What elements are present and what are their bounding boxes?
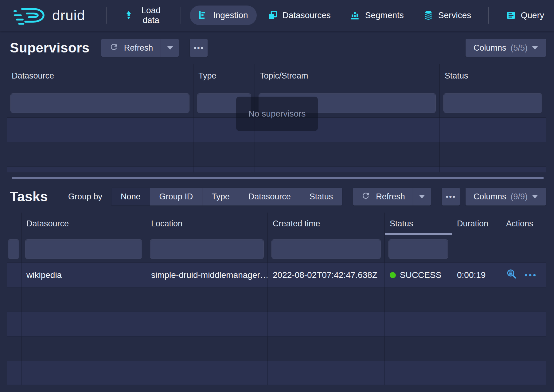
nav-item-segments[interactable]: Segments <box>342 6 412 25</box>
task-location: simple-druid-middlemanager… <box>146 263 268 287</box>
tasks-more-button[interactable]: ••• <box>442 188 460 206</box>
column-header-hidden[interactable] <box>7 213 21 235</box>
tasks-section: Tasks Group by None Group ID Type Dataso… <box>0 184 554 385</box>
refresh-label: Refresh <box>376 192 405 202</box>
tasks-refresh-button[interactable]: Refresh <box>353 188 413 206</box>
table-row <box>7 142 546 167</box>
column-header-status[interactable]: Status <box>385 213 452 235</box>
column-header-location[interactable]: Location <box>146 213 268 235</box>
query-icon <box>506 10 516 20</box>
supervisors-more-button[interactable]: ••• <box>190 39 208 57</box>
table-row <box>7 312 546 336</box>
druid-logo[interactable]: druid <box>12 6 85 25</box>
nav-item-label: Ingestion <box>213 10 248 20</box>
refresh-icon <box>109 42 119 54</box>
group-by-datasource-button[interactable]: Datasource <box>239 188 300 206</box>
table-row <box>7 167 546 172</box>
group-by-label: Group by <box>68 192 102 202</box>
task-actions: ••• <box>501 263 546 287</box>
nav-divider <box>106 7 107 24</box>
nav-item-services[interactable]: Services <box>415 6 480 25</box>
tasks-table: Datasource Location Created time Status … <box>7 213 546 385</box>
column-header-datasource[interactable]: Datasource <box>21 213 146 235</box>
supervisors-section: Supervisors Refresh ••• Columns (5/5) <box>0 35 554 179</box>
location-filter-input[interactable] <box>150 239 264 259</box>
services-icon <box>423 10 433 20</box>
task-created-time: 2022-08-02T07:42:47.638Z <box>268 263 385 287</box>
tasks-refresh-split-button: Refresh <box>353 188 431 206</box>
supervisors-table-header: Datasource Type Topic/Stream Status <box>7 64 546 88</box>
task-status-text: SUCCESS <box>400 270 441 280</box>
hidden-column-filter-input[interactable] <box>8 239 19 259</box>
task-status: SUCCESS <box>385 263 452 287</box>
supervisors-refresh-caret-button[interactable] <box>161 39 179 57</box>
column-header-duration[interactable]: Duration <box>452 213 501 235</box>
refresh-icon <box>361 191 370 202</box>
column-header-actions[interactable]: Actions <box>501 213 546 235</box>
group-by-type-button[interactable]: Type <box>202 188 239 206</box>
nav-item-ingestion[interactable]: Ingestion <box>190 6 257 25</box>
table-row <box>7 361 546 385</box>
status-filter-input[interactable] <box>443 93 542 113</box>
table-row <box>7 336 546 361</box>
chevron-down-icon <box>167 46 173 50</box>
column-header-datasource[interactable]: Datasource <box>7 64 193 88</box>
tasks-refresh-caret-button[interactable] <box>413 188 431 206</box>
task-datasource[interactable]: wikipedia <box>21 263 146 287</box>
supervisors-title: Supervisors <box>10 40 90 56</box>
supervisors-refresh-button[interactable]: Refresh <box>101 39 161 57</box>
supervisors-filter-row <box>7 88 546 118</box>
brand-name: druid <box>52 7 85 24</box>
topic-stream-filter-input[interactable] <box>259 93 436 113</box>
nav-item-query[interactable]: Query <box>497 6 553 25</box>
columns-label: Columns <box>474 43 506 53</box>
group-by-group-id-button[interactable]: Group ID <box>150 188 203 206</box>
columns-count: (9/9) <box>510 192 528 202</box>
nav-divider <box>181 7 181 24</box>
segments-icon <box>350 10 360 20</box>
ingestion-icon <box>198 10 208 20</box>
chevron-down-icon <box>419 195 425 198</box>
status-filter-input[interactable] <box>388 239 448 259</box>
tasks-header: Tasks Group by None Group ID Type Dataso… <box>7 184 546 209</box>
group-by-status-button[interactable]: Status <box>300 188 342 206</box>
nav-item-label: Services <box>438 10 471 20</box>
created-time-filter-input[interactable] <box>271 239 381 259</box>
column-header-topic-stream[interactable]: Topic/Stream <box>255 64 440 88</box>
column-header-status[interactable]: Status <box>440 64 546 88</box>
datasource-filter-input[interactable] <box>10 93 189 113</box>
supervisors-table: Datasource Type Topic/Stream Status No s… <box>7 64 546 179</box>
table-row <box>7 118 546 142</box>
nav-item-datasources[interactable]: Datasources <box>259 6 339 25</box>
nav-item-label: Datasources <box>283 10 331 20</box>
task-detail-magnifier-icon[interactable] <box>506 268 517 282</box>
refresh-label: Refresh <box>124 43 153 53</box>
druid-logo-icon <box>12 6 48 25</box>
nav-item-label: Load data <box>138 6 164 25</box>
tasks-title: Tasks <box>10 189 48 204</box>
task-actions-more-icon[interactable]: ••• <box>525 270 537 280</box>
columns-count: (5/5) <box>510 43 528 53</box>
success-status-dot-icon <box>390 272 396 278</box>
supervisors-header: Supervisors Refresh ••• Columns (5/5) <box>7 35 546 61</box>
column-header-type[interactable]: Type <box>193 64 255 88</box>
group-by-none-button[interactable]: None <box>111 188 150 206</box>
chevron-down-icon <box>532 46 538 50</box>
nav-divider <box>488 7 489 24</box>
task-row-wikipedia: wikipedia simple-druid-middlemanager… 20… <box>7 263 546 287</box>
chevron-down-icon <box>532 195 538 198</box>
supervisors-columns-button[interactable]: Columns (5/5) <box>466 39 546 57</box>
top-navbar: druid Load data Ingestion <box>0 0 554 31</box>
datasource-filter-input[interactable] <box>25 239 142 259</box>
tasks-filter-row <box>7 235 546 263</box>
column-header-created-time[interactable]: Created time <box>268 213 385 235</box>
tasks-columns-button[interactable]: Columns (9/9) <box>466 188 546 206</box>
horizontal-scrollbar[interactable] <box>12 177 544 179</box>
group-by-button-group: None Group ID Type Datasource Status <box>111 188 342 206</box>
columns-label: Columns <box>474 192 506 202</box>
nav-item-load-data[interactable]: Load data <box>115 6 172 25</box>
nav-item-label: Query <box>521 10 544 20</box>
datasources-icon <box>268 10 278 20</box>
type-filter-input[interactable] <box>197 93 251 113</box>
tasks-table-header: Datasource Location Created time Status … <box>7 213 546 235</box>
